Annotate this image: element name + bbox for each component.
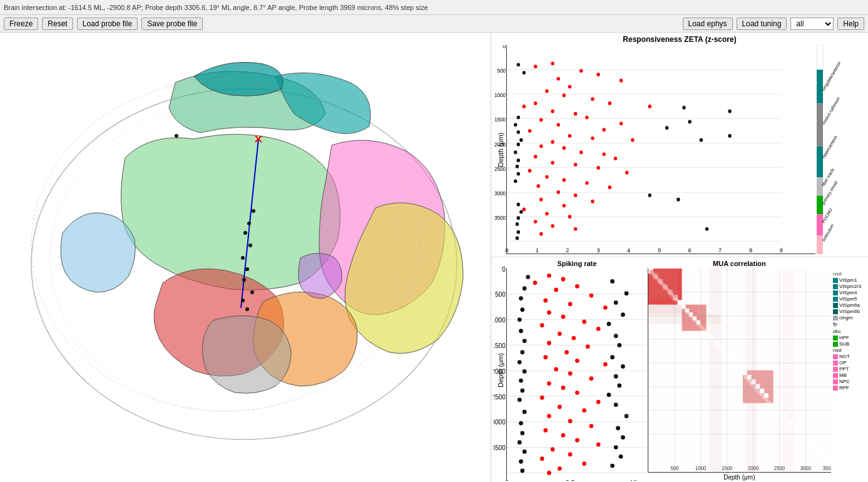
brain-3d-view[interactable] (0, 33, 491, 482)
svg-rect-279 (782, 413, 787, 418)
svg-point-105 (665, 126, 668, 130)
svg-point-99 (523, 71, 526, 74)
svg-point-103 (514, 123, 517, 126)
svg-point-55 (523, 105, 526, 108)
svg-point-203 (547, 471, 551, 475)
svg-point-87 (574, 193, 577, 197)
svg-text:1000: 1000 (695, 466, 707, 471)
svg-point-58 (551, 110, 554, 113)
svg-rect-125 (817, 45, 823, 69)
svg-point-79 (528, 169, 531, 173)
mua-chart-title: MUA correlation (648, 260, 831, 267)
svg-rect-283 (807, 439, 811, 444)
svg-point-90 (563, 204, 566, 208)
svg-text:500: 500 (497, 68, 506, 74)
reset-button[interactable]: Reset (42, 18, 73, 30)
svg-point-102 (517, 116, 520, 120)
mua-chart-container: MUA correlation (648, 260, 831, 481)
svg-point-81 (545, 175, 548, 179)
view-dropdown[interactable]: all none custom (790, 18, 834, 30)
legend-ppt: PPT (833, 366, 865, 372)
svg-point-108 (728, 134, 731, 138)
svg-point-212 (518, 317, 522, 322)
svg-point-76 (551, 161, 554, 165)
svg-point-119 (519, 210, 523, 213)
svg-point-89 (591, 200, 594, 203)
svg-point-196 (575, 438, 580, 443)
svg-point-124 (516, 237, 519, 240)
zeta-chart-svg: 0 1 2 3 4 5 6 7 8 9 0 (507, 45, 815, 254)
svg-point-93 (568, 215, 571, 218)
svg-point-57 (648, 105, 651, 108)
legend-mb-label: MB (839, 372, 847, 378)
svg-point-191 (547, 414, 551, 418)
svg-point-224 (519, 379, 523, 383)
svg-point-54 (534, 101, 537, 105)
svg-text:0: 0 (505, 247, 508, 254)
svg-text:3000: 3000 (494, 190, 506, 197)
svg-point-223 (614, 374, 618, 379)
legend-hpf: HPF (833, 335, 865, 341)
svg-text:0: 0 (502, 265, 506, 272)
save-probe-button[interactable]: Save probe file (141, 18, 203, 30)
svg-point-67 (591, 136, 594, 140)
help-button[interactable]: Help (837, 18, 864, 30)
svg-rect-270 (746, 269, 758, 472)
svg-point-202 (558, 466, 562, 471)
svg-point-218 (520, 350, 524, 354)
legend-ppt-label: PPT (839, 366, 849, 372)
mua-svg: 500 1000 1500 2000 2500 3000 3500 (648, 269, 831, 472)
svg-point-44 (551, 61, 554, 65)
svg-point-219 (610, 355, 615, 359)
svg-point-123 (517, 230, 520, 234)
svg-point-233 (616, 426, 620, 431)
legend-hpf-label: HPF (839, 335, 849, 341)
svg-point-12 (250, 290, 254, 294)
freeze-button[interactable]: Freeze (4, 18, 38, 30)
legend-rpf: RPF (833, 385, 865, 391)
svg-rect-275 (722, 347, 726, 352)
svg-point-166 (568, 302, 573, 306)
svg-point-49 (620, 79, 623, 83)
svg-point-217 (617, 343, 621, 347)
svg-rect-128 (817, 146, 823, 177)
brain-svg (0, 33, 491, 482)
svg-rect-127 (817, 103, 823, 146)
svg-point-64 (602, 128, 605, 131)
svg-point-225 (617, 384, 621, 388)
svg-text:7: 7 (718, 247, 722, 254)
svg-point-239 (619, 454, 623, 459)
svg-point-171 (540, 323, 544, 327)
zeta-chart-title: Responsiveness ZETA (z-score) (494, 35, 865, 44)
svg-rect-271 (782, 269, 794, 472)
svg-point-206 (523, 286, 527, 290)
svg-text:4: 4 (627, 247, 630, 254)
svg-point-213 (607, 322, 611, 326)
svg-text:2500: 2500 (494, 393, 506, 400)
svg-text:3000: 3000 (800, 466, 811, 471)
zeta-legend: cingulate/anterior corpus callosum hippo… (815, 45, 865, 254)
svg-point-83 (585, 181, 588, 185)
svg-text:2500: 2500 (494, 166, 506, 172)
load-tuning-button[interactable]: Load tuning (737, 18, 787, 30)
svg-point-192 (568, 419, 573, 423)
svg-point-66 (568, 134, 571, 138)
svg-point-198 (551, 448, 555, 452)
svg-point-56 (608, 101, 611, 105)
svg-point-182 (568, 371, 573, 376)
svg-text:2500: 2500 (774, 466, 785, 471)
legend-dhc: dhc (833, 329, 865, 334)
svg-point-51 (545, 90, 548, 93)
svg-point-228 (518, 397, 522, 402)
spiking-chart-title: Spiking rate (506, 260, 648, 267)
svg-point-197 (596, 443, 601, 447)
legend-cingm-label: cingm (839, 315, 852, 320)
load-ephys-button[interactable]: Load ephys (683, 18, 733, 30)
svg-point-163 (554, 288, 558, 292)
svg-point-45 (534, 64, 537, 68)
svg-rect-130 (817, 196, 823, 214)
svg-point-227 (607, 392, 611, 397)
svg-text:3500: 3500 (822, 466, 831, 471)
status-text: Brain intersection at: -1614.5 ML, -2900… (4, 4, 428, 11)
load-probe-button[interactable]: Load probe file (77, 18, 138, 30)
